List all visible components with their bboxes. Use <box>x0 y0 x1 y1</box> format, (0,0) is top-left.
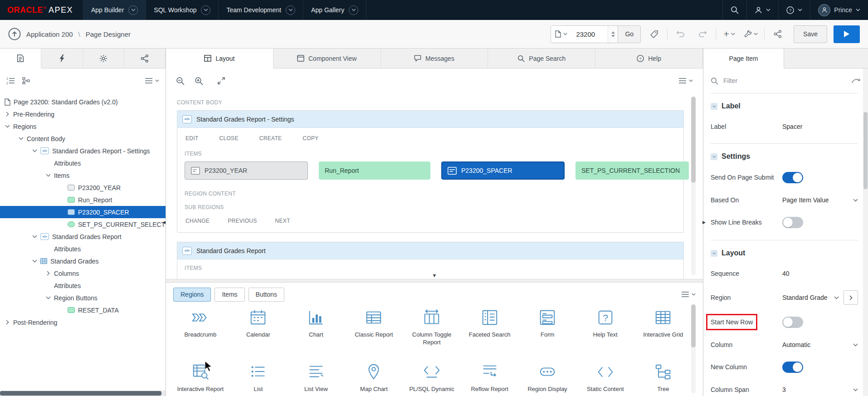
search-button[interactable] <box>722 0 746 20</box>
scrollbar-thumb[interactable] <box>863 112 868 189</box>
region-select[interactable]: Standard Grade <box>782 294 839 301</box>
create-menu-button[interactable]: + <box>721 25 738 43</box>
filter-input[interactable] <box>723 77 847 84</box>
layout-button-change[interactable]: CHANGE <box>185 218 210 224</box>
gallery-item-plsql-dynamic[interactable]: PL/SQL Dynamic <box>403 362 461 396</box>
tab-rendering[interactable] <box>0 49 41 68</box>
gallery-item-interactive-report[interactable]: Interactive Report <box>171 362 229 396</box>
chevron-down-icon[interactable] <box>45 174 51 177</box>
gallery-item-region-display[interactable]: Region Display <box>518 362 576 396</box>
gallery-tab-regions[interactable]: Regions <box>173 288 211 302</box>
show-line-breaks-toggle[interactable] <box>782 217 803 228</box>
collapse-right-panel-handle[interactable]: ▶ <box>702 220 706 225</box>
canvas-scrollbar[interactable] <box>691 97 696 275</box>
page-finder-button[interactable] <box>551 26 571 43</box>
chevron-down-icon[interactable] <box>349 5 358 15</box>
page-lock-button[interactable] <box>645 25 663 43</box>
tree-item-attributes[interactable]: Attributes <box>0 157 166 169</box>
gallery-item-interactive-grid[interactable]: Interactive Grid <box>634 308 692 357</box>
redo-button[interactable] <box>694 25 711 43</box>
gallery-item-form[interactable]: Form <box>518 308 576 357</box>
gallery-tab-buttons[interactable]: Buttons <box>249 288 284 302</box>
layout-button-create[interactable]: CREATE <box>259 135 282 142</box>
gallery-item-static-content[interactable]: Static Content <box>576 362 634 396</box>
tree-menu-button[interactable] <box>145 78 159 83</box>
gallery-item-tree[interactable]: Tree <box>634 362 692 396</box>
region-standard-grades-report[interactable]: </> Standard Grades Report ITEMS REGION … <box>177 242 684 279</box>
tree-item-pre-rendering[interactable]: Pre-Rendering <box>0 108 166 120</box>
tab-processing[interactable] <box>83 49 124 68</box>
column-select[interactable]: Automatic <box>782 341 858 348</box>
tree-item-region-settings[interactable]: </> Standard Grades Report - Settings <box>0 145 166 157</box>
gallery-item-chart[interactable]: Chart <box>287 308 345 357</box>
tab-messages[interactable]: Messages <box>381 49 488 68</box>
chevron-down-icon[interactable] <box>32 259 37 263</box>
tree-item-attributes[interactable]: Attributes <box>0 279 166 292</box>
tree-item-region-buttons[interactable]: Region Buttons <box>0 292 166 304</box>
oracle-apex-logo[interactable]: ORACLE ® APEX <box>0 0 83 20</box>
go-to-region-button[interactable] <box>844 290 858 305</box>
top-tab-sql-workshop[interactable]: SQL Workshop <box>146 0 218 20</box>
tree-view-mode-button[interactable] <box>22 77 30 84</box>
gallery-menu-button[interactable] <box>682 292 696 297</box>
chevron-down-icon[interactable] <box>32 235 37 238</box>
save-button[interactable]: Save <box>794 25 827 43</box>
utilities-menu-button[interactable] <box>742 25 760 43</box>
based-on-select[interactable]: Page Item Value <box>782 196 858 204</box>
new-column-toggle[interactable] <box>782 362 803 373</box>
collapse-left-panel-handle[interactable]: ◀ <box>162 220 166 225</box>
tree-item-post-rendering[interactable]: Post-Rendering <box>0 316 166 328</box>
help-menu-button[interactable]: ? <box>778 0 810 20</box>
gallery-item-breadcrumb[interactable]: Breadcrumb <box>171 308 229 357</box>
start-new-row-toggle[interactable] <box>782 317 803 328</box>
section-header[interactable]: Layout <box>711 248 858 259</box>
undo-button[interactable] <box>672 25 689 43</box>
tab-page-item[interactable]: Page Item <box>703 49 784 68</box>
tab-page-search[interactable]: Page Search <box>488 49 595 68</box>
chevron-right-icon[interactable] <box>45 272 51 275</box>
chevron-down-icon[interactable] <box>18 137 24 140</box>
region-header[interactable]: </> Standard Grades Report <box>177 242 683 259</box>
layout-item-p23200-year[interactable]: P23200_YEAR <box>185 161 308 180</box>
top-tab-app-gallery[interactable]: App Gallery <box>303 0 366 20</box>
page-number-stepper[interactable] <box>608 26 618 43</box>
zoom-out-button[interactable] <box>176 77 185 85</box>
chevron-down-icon[interactable] <box>201 5 210 15</box>
region-standard-grades-report-settings[interactable]: </> Standard Grades Report - Settings ED… <box>177 110 684 233</box>
tree-item-p23200-spacer[interactable]: P23200_SPACER <box>0 206 166 218</box>
tree-item-standard-grades[interactable]: Standard Grades <box>0 255 166 267</box>
run-page-button[interactable] <box>834 25 860 43</box>
scrollbar-thumb[interactable] <box>691 304 696 347</box>
tree-item-page[interactable]: Page 23200: Standard Grades (v2.0) <box>0 96 166 108</box>
top-tab-team-development[interactable]: Team Development <box>218 0 303 20</box>
gallery-splitter[interactable] <box>166 279 703 283</box>
gallery-item-classic-report[interactable]: Classic Report <box>345 308 403 357</box>
column-span-select[interactable]: 3 <box>782 386 858 393</box>
send-on-page-submit-toggle[interactable] <box>782 172 803 183</box>
tab-page-shared-components[interactable] <box>124 49 166 68</box>
tab-component-view[interactable]: Component View <box>273 49 381 68</box>
layout-button-close[interactable]: CLOSE <box>219 135 239 142</box>
shared-components-button[interactable] <box>769 25 786 43</box>
tab-help[interactable]: ? Help <box>595 49 703 68</box>
tree-item-set-ps-current-selection[interactable]: SET_PS_CURRENT_SELECTION <box>0 218 166 230</box>
tree-item-run-report[interactable]: Run_Report <box>0 194 166 206</box>
page-number-input[interactable] <box>571 26 608 43</box>
gallery-item-faceted-search[interactable]: Faceted Search <box>461 308 519 357</box>
go-button[interactable]: Go <box>618 26 640 43</box>
tab-dynamic-actions[interactable] <box>41 49 83 68</box>
chevron-down-icon[interactable] <box>45 296 51 299</box>
sequence-value-field[interactable]: 40 <box>782 270 790 277</box>
collapse-section-icon[interactable] <box>711 153 717 160</box>
tree-horizontal-scrollbar[interactable] <box>0 391 166 396</box>
expand-button[interactable] <box>218 77 225 84</box>
chevron-right-icon[interactable] <box>5 112 10 116</box>
spinner-down-icon[interactable] <box>611 35 615 37</box>
gallery-scrollbar[interactable] <box>691 304 696 393</box>
tree-item-items[interactable]: Items <box>0 169 166 181</box>
zoom-in-button[interactable] <box>195 77 203 85</box>
region-header[interactable]: </> Standard Grades Report - Settings <box>177 111 683 128</box>
breadcrumb-application[interactable]: Application 200 <box>26 30 73 38</box>
right-panel-scrollbar[interactable] <box>863 68 868 396</box>
label-value-field[interactable]: Spacer <box>782 123 802 130</box>
